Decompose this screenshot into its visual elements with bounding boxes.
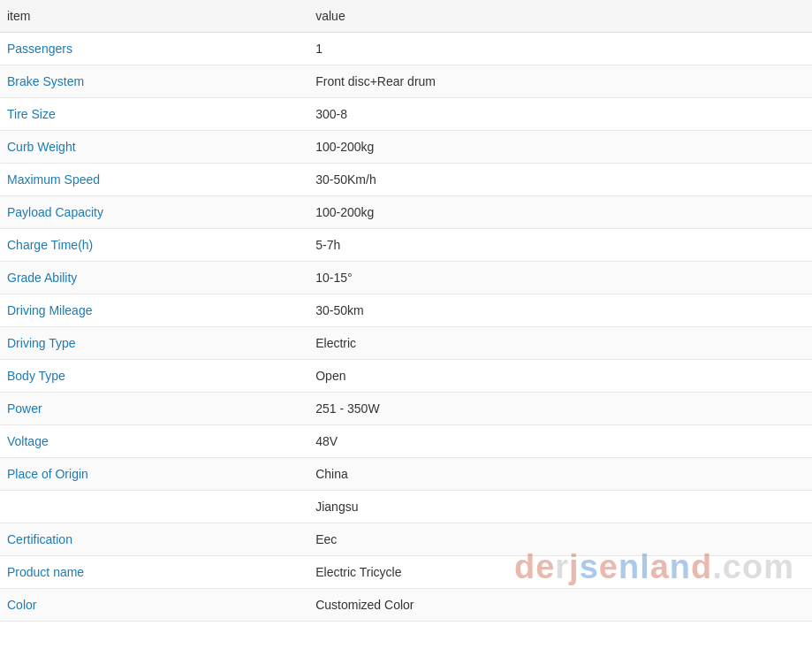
page-wrapper: item value Passengers1Brake SystemFront …	[0, 0, 812, 622]
row-value-11: 251 - 350W	[308, 393, 812, 425]
row-item-1: Brake System	[0, 65, 308, 98]
table-row: Voltage48V	[0, 425, 812, 458]
row-item-6: Charge Time(h)	[0, 229, 308, 262]
row-value-16: Electric Tricycle	[308, 556, 812, 589]
row-value-2: 300-8	[308, 98, 812, 131]
table-row: Jiangsu	[0, 491, 812, 523]
table-row: Maximum Speed30-50Km/h	[0, 164, 812, 196]
spec-table: item value Passengers1Brake SystemFront …	[0, 0, 812, 622]
row-value-12: 48V	[308, 425, 812, 458]
row-value-17: Customized Color	[308, 589, 812, 622]
table-row: Driving Mileage30-50km	[0, 294, 812, 327]
row-value-1: Front disc+Rear drum	[308, 65, 812, 98]
row-item-7: Grade Ability	[0, 262, 308, 294]
row-item-14	[0, 491, 308, 523]
row-value-5: 100-200kg	[308, 196, 812, 229]
table-row: Product nameElectric Tricycle	[0, 556, 812, 589]
row-item-9: Driving Type	[0, 327, 308, 360]
header-value: value	[308, 0, 812, 33]
row-value-13: China	[308, 458, 812, 491]
row-item-3: Curb Weight	[0, 131, 308, 164]
table-row: Curb Weight100-200kg	[0, 131, 812, 164]
row-value-14: Jiangsu	[308, 491, 812, 523]
row-value-7: 10-15°	[308, 262, 812, 294]
row-item-17: Color	[0, 589, 308, 622]
row-item-10: Body Type	[0, 360, 308, 393]
table-row: Body TypeOpen	[0, 360, 812, 393]
row-value-9: Electric	[308, 327, 812, 360]
spec-table-container: item value Passengers1Brake SystemFront …	[0, 0, 812, 622]
row-value-8: 30-50km	[308, 294, 812, 327]
table-row: Passengers1	[0, 33, 812, 65]
table-row: Tire Size300-8	[0, 98, 812, 131]
row-item-15: Certification	[0, 523, 308, 556]
table-row: Driving TypeElectric	[0, 327, 812, 360]
row-item-13: Place of Origin	[0, 458, 308, 491]
row-item-8: Driving Mileage	[0, 294, 308, 327]
table-row: Power251 - 350W	[0, 393, 812, 425]
row-item-5: Payload Capacity	[0, 196, 308, 229]
table-row: ColorCustomized Color	[0, 589, 812, 622]
table-row: Grade Ability10-15°	[0, 262, 812, 294]
table-body: Passengers1Brake SystemFront disc+Rear d…	[0, 33, 812, 622]
row-value-3: 100-200kg	[308, 131, 812, 164]
row-value-6: 5-7h	[308, 229, 812, 262]
table-row: Brake SystemFront disc+Rear drum	[0, 65, 812, 98]
row-item-2: Tire Size	[0, 98, 308, 131]
row-value-0: 1	[308, 33, 812, 65]
row-item-12: Voltage	[0, 425, 308, 458]
table-row: CertificationEec	[0, 523, 812, 556]
table-row: Place of OriginChina	[0, 458, 812, 491]
header-item: item	[0, 0, 308, 33]
row-value-10: Open	[308, 360, 812, 393]
row-item-11: Power	[0, 393, 308, 425]
table-row: Charge Time(h)5-7h	[0, 229, 812, 262]
table-header-row: item value	[0, 0, 812, 33]
row-item-4: Maximum Speed	[0, 164, 308, 196]
row-item-16: Product name	[0, 556, 308, 589]
row-value-4: 30-50Km/h	[308, 164, 812, 196]
row-value-15: Eec	[308, 523, 812, 556]
row-item-0: Passengers	[0, 33, 308, 65]
table-row: Payload Capacity100-200kg	[0, 196, 812, 229]
